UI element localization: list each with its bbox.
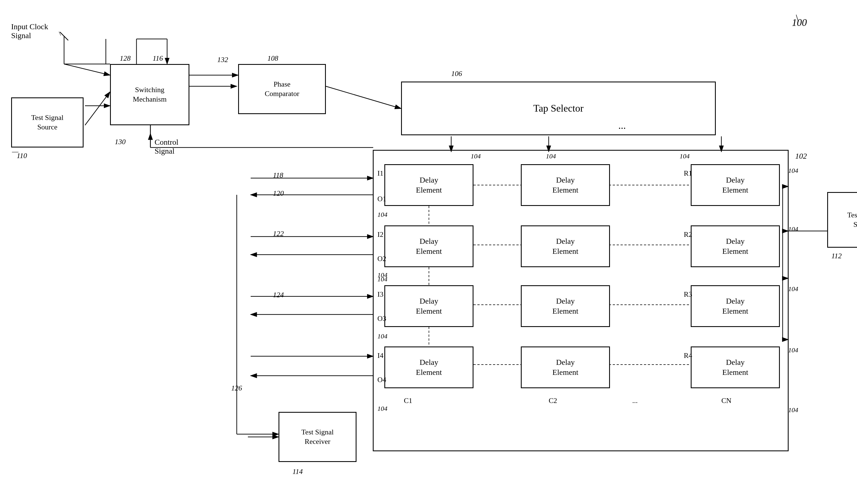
ref-108: 108 [267, 54, 278, 63]
port-r4: R4 [684, 351, 692, 360]
ref-104-r4: 104 [788, 347, 798, 354]
ref-104-3: 104 [377, 276, 387, 283]
dots-top: ... [618, 120, 626, 132]
ref-126: 126 [231, 384, 242, 393]
delay-r4c1: DelayElement [384, 347, 473, 388]
port-i4: I4 [377, 351, 384, 360]
delay-r2c3: DelayElement [691, 225, 780, 267]
ref-104-r5: 104 [788, 406, 798, 414]
col-cn: CN [721, 397, 732, 405]
delay-r3c3: DelayElement [691, 285, 780, 327]
ref-118: 118 [273, 171, 283, 179]
ref-104-top3: 104 [679, 153, 690, 160]
ref-112: 112 [831, 252, 842, 260]
port-o2: O2 [377, 255, 386, 263]
test-signal-source-right: Test SignalSource [827, 192, 857, 248]
ref-106: 106 [451, 70, 462, 78]
delay-r3c2: DelayElement [521, 285, 610, 327]
svg-line-6 [85, 92, 110, 125]
port-r1: R1 [684, 169, 692, 177]
ref-114: 114 [292, 468, 303, 476]
test-signal-receiver: Test SignalReceiver [279, 412, 356, 462]
ref-128: 128 [120, 54, 131, 63]
ref-122: 122 [273, 230, 284, 238]
port-o1: O1 [377, 195, 386, 203]
ref-104-r3: 104 [788, 285, 798, 293]
ref-104-4: 104 [377, 333, 387, 340]
svg-line-47 [64, 64, 110, 75]
delay-r1c1: DelayElement [384, 164, 473, 206]
slash-input: / [57, 31, 63, 37]
port-o4: O4 [377, 376, 386, 384]
port-i2: I2 [377, 230, 384, 239]
col-c1: C1 [404, 397, 412, 405]
delay-r1c3: DelayElement [691, 164, 780, 206]
ref-132: 132 [217, 56, 228, 64]
port-i3: I3 [377, 290, 384, 299]
delay-r2c1: DelayElement [384, 225, 473, 267]
svg-line-11 [326, 86, 401, 108]
control-signal-label: ControlSignal [155, 138, 179, 156]
test-signal-source-left: Test SignalSource [11, 98, 84, 147]
ref-104-5: 104 [377, 405, 387, 413]
port-r3: R3 [684, 290, 692, 299]
ref-116: 116 [153, 54, 163, 63]
port-o3: O3 [377, 314, 386, 323]
col-c2: C2 [549, 397, 557, 405]
ref-104-r2: 104 [788, 225, 798, 233]
tap-selector: Tap Selector [401, 82, 716, 135]
switching-mechanism: SwitchingMechanism [110, 64, 189, 125]
ref-120: 120 [273, 189, 284, 197]
ref-130: 130 [115, 138, 125, 146]
ref-102: 102 [795, 152, 807, 160]
ref-104-top2: 104 [546, 153, 556, 160]
port-r2: R2 [684, 230, 692, 239]
delay-r2c2: DelayElement [521, 225, 610, 267]
delay-r1c2: DelayElement [521, 164, 610, 206]
delay-r4c3: DelayElement [691, 347, 780, 388]
ref-104-top1: 104 [471, 153, 481, 160]
input-clock-label: Input ClockSignal [11, 22, 48, 40]
delay-r4c2: DelayElement [521, 347, 610, 388]
ref-124: 124 [273, 291, 284, 299]
phase-comparator: PhaseComparator [238, 64, 326, 114]
delay-r3c1: DelayElement [384, 285, 473, 327]
ref-104-r1: 104 [788, 167, 798, 174]
port-i1: I1 [377, 169, 384, 177]
col-dots-bottom: ... [632, 397, 638, 405]
ref-104-1: 104 [377, 211, 387, 219]
